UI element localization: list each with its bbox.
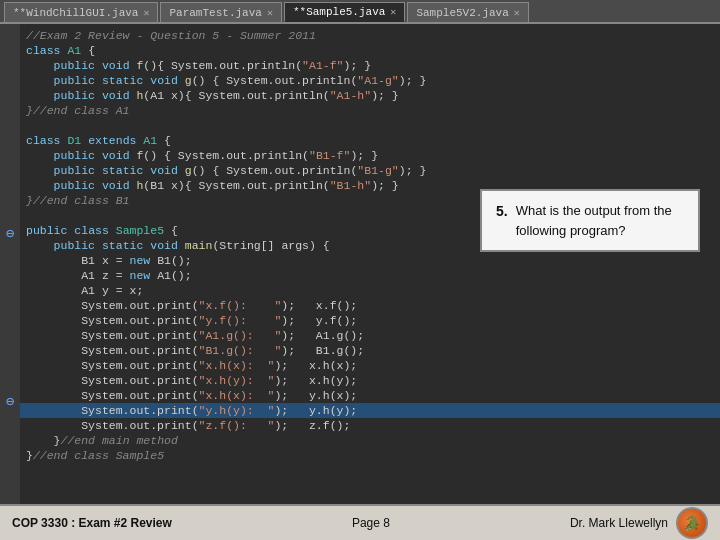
code-line-27: System.out.print("z.f(): "); z.f();: [20, 418, 720, 433]
tab-windchill[interactable]: *WindChillGUI.java ✕: [4, 2, 158, 22]
code-line-25: System.out.print("x.h(x): "); y.h(x);: [20, 388, 720, 403]
code-line-21: System.out.print("A1.g(): "); A1.g();: [20, 328, 720, 343]
code-line-26: System.out.print("y.h(y): "); y.h(y);: [20, 403, 720, 418]
code-line-3: public void f(){ System.out.println("A1-…: [20, 58, 720, 73]
gutter-28: [4, 407, 16, 419]
code-line-7: [20, 118, 720, 133]
gutter-16: [4, 239, 16, 251]
gutter-8: [4, 127, 16, 139]
tab-sample5v2-close[interactable]: ✕: [514, 7, 520, 19]
status-page: Page 8: [352, 516, 390, 530]
main-area: ⊖ ⊖ //Exam 2 Review - Question 5 - Summe…: [0, 24, 720, 504]
gutter-1: [4, 29, 16, 41]
code-line-28: }//end main method: [20, 433, 720, 448]
gutter-11: [4, 169, 16, 181]
status-course: COP 3330 : Exam #2 Review: [12, 516, 172, 530]
code-line-16: B1 x = new B1();: [20, 253, 720, 268]
gutter-5: [4, 85, 16, 97]
gutter-2: [4, 43, 16, 55]
logo-icon: 🐊: [676, 507, 708, 539]
tab-windchill-label: *WindChillGUI.java: [13, 7, 138, 19]
code-line-5: public void h(A1 x){ System.out.println(…: [20, 88, 720, 103]
tab-sample5v2[interactable]: Sample5V2.java ✕: [407, 2, 528, 22]
code-line-17: A1 z = new A1();: [20, 268, 720, 283]
gutter-20: [4, 295, 16, 307]
callout-number: 5.: [496, 201, 508, 222]
code-line-9: public void f() { System.out.println("B1…: [20, 148, 720, 163]
gutter-26: [4, 379, 16, 391]
gutter-24: [4, 351, 16, 363]
gutter-7: [4, 113, 16, 125]
gutter-22: [4, 323, 16, 335]
gutter-18: [4, 267, 16, 279]
code-line-24: System.out.print("x.h(y): "); x.h(y);: [20, 373, 720, 388]
code-line-8: class D1 extends A1 {: [20, 133, 720, 148]
gutter-10: [4, 155, 16, 167]
code-line-29: }//end class Sample5: [20, 448, 720, 463]
code-editor[interactable]: //Exam 2 Review - Question 5 - Summer 20…: [20, 24, 720, 504]
code-line-22: System.out.print("B1.g(): "); B1.g();: [20, 343, 720, 358]
code-line-2: class A1 {: [20, 43, 720, 58]
code-line-20: System.out.print("y.f(): "); y.f();: [20, 313, 720, 328]
gutter-12: [4, 183, 16, 195]
gutter-minus-27[interactable]: ⊖: [4, 393, 16, 405]
gutter-9: [4, 141, 16, 153]
status-bar: COP 3330 : Exam #2 Review Page 8 Dr. Mar…: [0, 504, 720, 540]
gutter-6: [4, 99, 16, 111]
callout-text: What is the output from the following pr…: [516, 203, 672, 238]
gutter-23: [4, 337, 16, 349]
code-line-6: }//end class A1: [20, 103, 720, 118]
tab-sample5-label: *Sample5.java: [293, 6, 385, 18]
code-line-1: //Exam 2 Review - Question 5 - Summer 20…: [20, 28, 720, 43]
gutter-25: [4, 365, 16, 377]
tab-sample5-close[interactable]: ✕: [390, 6, 396, 18]
tab-paramtest-close[interactable]: ✕: [267, 7, 273, 19]
gutter-13: [4, 197, 16, 209]
tab-windchill-close[interactable]: ✕: [143, 7, 149, 19]
gutter-14: [4, 211, 16, 223]
code-line-19: System.out.print("x.f(): "); x.f();: [20, 298, 720, 313]
gutter-17: [4, 253, 16, 265]
gutter-minus-15[interactable]: ⊖: [4, 225, 16, 237]
tab-paramtest-label: ParamTest.java: [169, 7, 261, 19]
left-gutter: ⊖ ⊖: [0, 24, 20, 504]
callout-box: 5. What is the output from the following…: [480, 189, 700, 252]
code-line-18: A1 y = x;: [20, 283, 720, 298]
tab-sample5v2-label: Sample5V2.java: [416, 7, 508, 19]
gutter-29: [4, 421, 16, 433]
tab-sample5[interactable]: *Sample5.java ✕: [284, 2, 405, 22]
gutter-21: [4, 309, 16, 321]
gutter-19: [4, 281, 16, 293]
tab-bar: *WindChillGUI.java ✕ ParamTest.java ✕ *S…: [0, 0, 720, 24]
status-instructor: Dr. Mark Llewellyn: [570, 516, 668, 530]
code-line-23: System.out.print("x.h(x): "); x.h(x);: [20, 358, 720, 373]
code-line-4: public static void g() { System.out.prin…: [20, 73, 720, 88]
code-line-10: public static void g() { System.out.prin…: [20, 163, 720, 178]
tab-paramtest[interactable]: ParamTest.java ✕: [160, 2, 281, 22]
gutter-4: [4, 71, 16, 83]
gutter-3: [4, 57, 16, 69]
